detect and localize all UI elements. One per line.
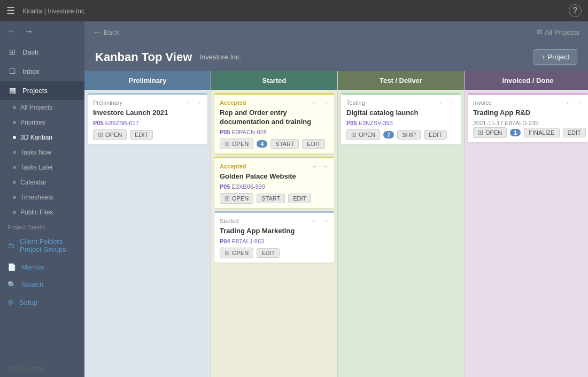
card-nav: ← → — [312, 99, 329, 106]
edit-button[interactable]: EDIT — [288, 194, 311, 203]
grid-icon: ⊞ — [225, 249, 230, 257]
sidebar-item-dash[interactable]: ⊞ Dash — [0, 42, 84, 61]
sub-dot — [13, 181, 16, 184]
column-test: Test / Deliver Testing ← → Digital catal… — [338, 71, 465, 377]
sidebar-sub-public-files[interactable]: Public Files — [0, 205, 84, 220]
project-details-section: Project Details — [0, 220, 84, 233]
client-folders-label: Client FoldersProject Groups — [20, 237, 66, 253]
card-title: Digital catalog launch — [346, 109, 455, 118]
open-button[interactable]: ⊞ OPEN — [220, 193, 253, 204]
column-cards-preliminary: Preliminary ← → Investore Launch 2021 P0… — [84, 90, 211, 377]
sidebar-item-label: Inbox — [22, 67, 40, 75]
sidebar-item-projects[interactable]: ▦ Projects — [0, 81, 84, 100]
sub-label: Tasks Now — [20, 149, 51, 156]
sidebar-item-search[interactable]: 🔍 Search — [0, 276, 84, 294]
open-button[interactable]: ⊞ OPEN — [93, 129, 127, 140]
card-header-row: Preliminary ← → — [93, 99, 202, 106]
card-nav-right[interactable]: → — [576, 99, 583, 106]
kanban-card: Testing ← → Digital catalog launch P05 E… — [341, 93, 461, 144]
edit-button[interactable]: EDIT — [563, 128, 586, 137]
task-badge: 1 — [510, 129, 521, 136]
card-nav-left[interactable]: ← — [438, 99, 445, 106]
content-area: ← Back ⧉ All Projects Kanban Top View In… — [84, 21, 588, 377]
grid-icon: ⊞ — [98, 131, 103, 139]
back-label: Back — [104, 28, 119, 36]
all-projects-label: All Projects — [545, 28, 579, 36]
ship-button[interactable]: SHIP — [397, 130, 421, 140]
open-button[interactable]: ⊞ OPEN — [473, 127, 507, 138]
card-nav-right[interactable]: → — [322, 99, 329, 106]
grid-icon: ⊞ — [225, 140, 230, 148]
sidebar-item-memos[interactable]: 📄 Memos — [0, 258, 84, 276]
back-button[interactable]: ← Back — [93, 27, 119, 37]
dash-icon: ⊞ — [7, 47, 17, 57]
card-nav-left[interactable]: ← — [566, 99, 572, 106]
grid-icon: ⊞ — [478, 129, 483, 136]
sidebar-sub-all-projects[interactable]: All Projects — [0, 100, 84, 115]
card-nav-left[interactable]: ← — [312, 217, 318, 225]
sidebar-sub-tasks-now[interactable]: Tasks Now — [0, 145, 84, 160]
sub-label: Tasks Later — [20, 164, 53, 171]
card-title: Golden Palace Website — [220, 172, 329, 181]
sub-label: Timesheets — [20, 194, 53, 201]
sub-label: Calendar — [20, 179, 47, 186]
search-label: Search — [21, 281, 43, 289]
sidebar-sub-3d-kanban[interactable]: 3D Kanban — [0, 130, 84, 145]
edit-button[interactable]: EDIT — [424, 130, 447, 140]
start-button[interactable]: START — [257, 194, 285, 203]
memos-icon: 📄 — [7, 263, 16, 271]
finalize-button[interactable]: FINALIZE — [524, 128, 559, 137]
sidebar-sub-priorities[interactable]: Priorities — [0, 115, 84, 130]
add-project-button[interactable]: + Project — [533, 49, 577, 65]
sidebar-item-inbox[interactable]: ☐ Inbox — [0, 61, 84, 81]
open-button[interactable]: ⊞ OPEN — [220, 248, 253, 258]
card-actions: ⊞ OPEN 4 START EDIT — [220, 139, 329, 149]
sidebar-sub-tasks-later[interactable]: Tasks Later — [0, 160, 84, 175]
open-button[interactable]: ⊞ OPEN — [220, 139, 253, 149]
sidebar-nav-top: ← → — [0, 21, 84, 42]
card-nav: ← → — [312, 217, 329, 225]
edit-button[interactable]: EDIT — [302, 139, 325, 149]
brand-name: Kinalta| Investore Inc. — [20, 6, 86, 15]
all-projects-button[interactable]: ⧉ All Projects — [537, 28, 579, 36]
main-layout: ← → ⊞ Dash ☐ Inbox ▦ Projects All Projec… — [0, 21, 588, 377]
card-nav-left[interactable]: ← — [312, 99, 318, 106]
task-badge: 7 — [383, 131, 394, 139]
kanban-board: Preliminary Preliminary ← → Investore La… — [84, 71, 588, 377]
card-header-row: Testing ← → — [346, 99, 455, 106]
search-icon: 🔍 — [7, 281, 16, 289]
help-button[interactable]: ? — [569, 4, 582, 17]
card-title: Trading App Marketing — [220, 227, 329, 236]
sidebar-item-setup[interactable]: ⚙ Setup — [0, 294, 84, 311]
column-header-invoiced: Invoiced / Done — [465, 71, 588, 90]
edit-button[interactable]: EDIT — [130, 130, 153, 140]
card-title: Trading App R&D — [473, 109, 583, 118]
brand-label: Kinalta — [22, 7, 42, 15]
open-button[interactable]: ⊞ OPEN — [346, 129, 380, 140]
sidebar-sub-calendar[interactable]: Calendar — [0, 175, 84, 190]
edit-button[interactable]: EDIT — [257, 248, 280, 258]
sidebar-item-label: Dash — [22, 48, 38, 56]
card-nav-right[interactable]: → — [322, 163, 329, 170]
menu-icon[interactable]: ☰ — [6, 5, 15, 17]
card-nav-right[interactable]: → — [449, 99, 455, 106]
column-cards-invoiced: Invoice ← → Trading App R&D 2021-11-17 E… — [465, 90, 588, 377]
column-started: Started Accepted ← → Rep and Order entry… — [211, 71, 338, 377]
start-button[interactable]: START — [270, 139, 299, 149]
card-nav-left[interactable]: ← — [312, 163, 318, 170]
nav-back-arrow[interactable]: ← — [7, 27, 16, 36]
column-invoiced: Invoiced / Done Invoice ← → Trading App … — [465, 71, 588, 377]
add-project-label: + Project — [541, 53, 569, 61]
card-header-row: Started ← → — [220, 217, 329, 225]
inbox-icon: ☐ — [7, 66, 17, 76]
card-project-id: P05 E3PACN-028 — [220, 129, 329, 135]
card-stage: Preliminary — [93, 99, 122, 106]
sidebar-item-client-folders[interactable]: 🗀 Client FoldersProject Groups — [0, 233, 84, 258]
nav-forward-arrow[interactable]: → — [25, 27, 33, 36]
card-nav-right[interactable]: → — [322, 217, 329, 225]
card-project-id: P05 E89ZBB-617 — [93, 120, 202, 126]
sidebar-sub-timesheets[interactable]: Timesheets — [0, 190, 84, 205]
card-actions: ⊞ OPEN START EDIT — [220, 193, 329, 204]
card-nav-right[interactable]: → — [196, 99, 202, 106]
card-nav-left[interactable]: ← — [185, 99, 191, 106]
